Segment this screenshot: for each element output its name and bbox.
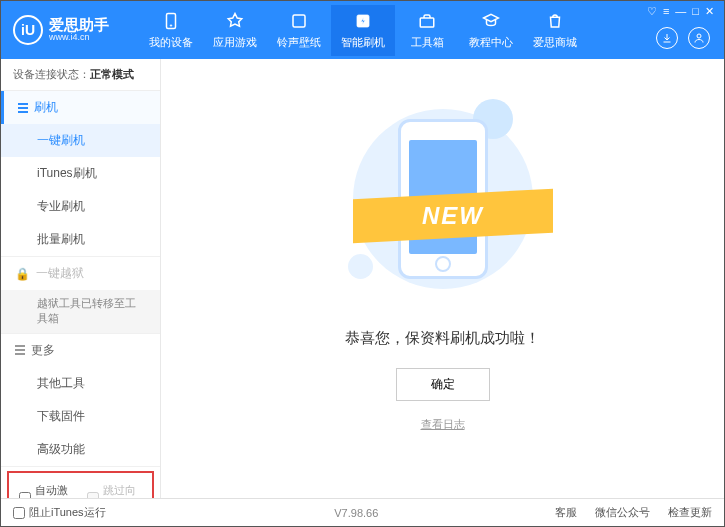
minimize-button[interactable]: — [675, 5, 686, 18]
footer-support[interactable]: 客服 [555, 505, 577, 520]
user-button[interactable] [688, 27, 710, 49]
connection-status: 设备连接状态：正常模式 [1, 59, 160, 91]
tutorial-icon [481, 11, 501, 31]
nav-ringtones[interactable]: 铃声壁纸 [267, 5, 331, 56]
menu-icon[interactable]: ≡ [663, 5, 669, 18]
list-icon [18, 103, 28, 113]
confirm-button[interactable]: 确定 [396, 368, 490, 401]
nav-store[interactable]: 爱思商城 [523, 5, 587, 56]
ribbon-text: NEW [422, 202, 484, 230]
options-highlight-box: 自动激活 跳过向导 [7, 471, 154, 498]
sidebar-item-advanced[interactable]: 高级功能 [1, 433, 160, 466]
apps-icon [225, 11, 245, 31]
nav-apps[interactable]: 应用游戏 [203, 5, 267, 56]
nav-flash[interactable]: 智能刷机 [331, 5, 395, 56]
sidebar-item-download-firmware[interactable]: 下载固件 [1, 400, 160, 433]
auto-activate-checkbox[interactable]: 自动激活 [19, 483, 75, 498]
close-button[interactable]: ✕ [705, 5, 714, 18]
svg-rect-4 [420, 18, 434, 27]
logo-title: 爱思助手 [49, 17, 109, 34]
store-icon [545, 11, 565, 31]
flash-icon [353, 11, 373, 31]
ringtone-icon [289, 11, 309, 31]
maximize-button[interactable]: □ [692, 5, 699, 18]
sidebar-item-onekey-flash[interactable]: 一键刷机 [1, 124, 160, 157]
sidebar-item-other-tools[interactable]: 其他工具 [1, 367, 160, 400]
success-message: 恭喜您，保资料刷机成功啦！ [345, 329, 540, 348]
success-illustration: NEW [343, 99, 543, 299]
version-label: V7.98.66 [334, 507, 378, 519]
nav-tutorials[interactable]: 教程中心 [459, 5, 523, 56]
footer-wechat[interactable]: 微信公众号 [595, 505, 650, 520]
sidebar-item-itunes-flash[interactable]: iTunes刷机 [1, 157, 160, 190]
svg-point-1 [170, 24, 172, 26]
list-icon [15, 345, 25, 355]
app-logo: iU 爱思助手 www.i4.cn [13, 15, 109, 45]
toolbox-icon [417, 11, 437, 31]
sidebar-head-more[interactable]: 更多 [1, 334, 160, 367]
footer-update[interactable]: 检查更新 [668, 505, 712, 520]
sidebar-item-pro-flash[interactable]: 专业刷机 [1, 190, 160, 223]
logo-subtitle: www.i4.cn [49, 33, 109, 43]
lock-icon: 🔒 [15, 267, 30, 281]
sidebar-item-batch-flash[interactable]: 批量刷机 [1, 223, 160, 256]
nav-my-device[interactable]: 我的设备 [139, 5, 203, 56]
svg-point-5 [697, 34, 701, 38]
jailbreak-note: 越狱工具已转移至工具箱 [1, 290, 160, 333]
skip-guide-checkbox[interactable]: 跳过向导 [87, 483, 143, 498]
download-button[interactable] [656, 27, 678, 49]
view-log-link[interactable]: 查看日志 [421, 417, 465, 432]
block-itunes-checkbox[interactable]: 阻止iTunes运行 [13, 505, 106, 520]
svg-rect-2 [293, 15, 305, 27]
gift-icon[interactable]: ♡ [647, 5, 657, 18]
nav-toolbox[interactable]: 工具箱 [395, 5, 459, 56]
sidebar-head-flash[interactable]: 刷机 [1, 91, 160, 124]
logo-icon: iU [13, 15, 43, 45]
sidebar-head-jailbreak: 🔒 一键越狱 [1, 257, 160, 290]
device-icon [161, 11, 181, 31]
